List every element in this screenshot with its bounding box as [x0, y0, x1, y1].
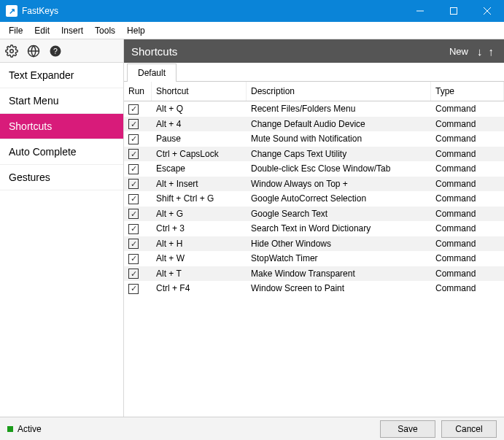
- menu-help[interactable]: Help: [121, 23, 151, 38]
- run-cell[interactable]: [124, 147, 152, 162]
- header-shortcut[interactable]: Shortcut: [152, 82, 247, 101]
- shortcut-cell: Alt + W: [152, 251, 247, 266]
- menu-edit[interactable]: Edit: [28, 23, 55, 38]
- run-cell[interactable]: [124, 131, 152, 147]
- help-icon[interactable]: ?: [48, 44, 63, 58]
- sidebar-item-text-expander[interactable]: Text Expander: [0, 63, 123, 88]
- shortcut-cell: Pause: [152, 131, 247, 146]
- header-type[interactable]: Type: [431, 82, 504, 101]
- header-run[interactable]: Run: [124, 82, 152, 101]
- type-cell: Command: [431, 207, 504, 221]
- description-cell: Window Always on Top +: [247, 177, 431, 191]
- table-header: Run Shortcut Description Type: [124, 82, 504, 101]
- run-checkbox[interactable]: [128, 179, 139, 189]
- type-cell: Command: [431, 251, 504, 266]
- run-cell[interactable]: [124, 221, 152, 236]
- arrow-up-icon[interactable]: ↑: [486, 45, 497, 58]
- description-cell: Mute Sound with Notification: [247, 131, 431, 146]
- table-row[interactable]: Alt + HHide Other WindowsCommand: [124, 236, 504, 252]
- table-row[interactable]: Alt + WStopWatch TimerCommand: [124, 251, 504, 266]
- menubar: File Edit Insert Tools Help: [0, 22, 504, 39]
- shortcut-cell: Alt + T: [152, 266, 247, 281]
- sidebar-item-auto-complete[interactable]: Auto Complete: [0, 139, 123, 165]
- type-cell: Command: [431, 281, 504, 296]
- description-cell: Google AutoCorrect Selection: [247, 191, 431, 206]
- run-cell[interactable]: [124, 101, 152, 117]
- header-description[interactable]: Description: [247, 82, 431, 101]
- run-cell[interactable]: [124, 161, 152, 177]
- run-checkbox[interactable]: [128, 254, 139, 264]
- run-checkbox[interactable]: [128, 209, 139, 219]
- run-cell[interactable]: [124, 266, 152, 282]
- run-checkbox[interactable]: [128, 104, 139, 115]
- shortcut-cell: Alt + G: [152, 207, 247, 221]
- table-row[interactable]: Ctrl + CapsLockChange Caps Text UtilityC…: [124, 147, 504, 162]
- new-button[interactable]: New: [449, 46, 468, 57]
- table-row[interactable]: Ctrl + 3Search Text in Word DictionaryCo…: [124, 221, 504, 236]
- table-row[interactable]: Alt + 4Change Default Audio DeviceComman…: [124, 117, 504, 132]
- shortcut-cell: Alt + Insert: [152, 177, 247, 191]
- description-cell: StopWatch Timer: [247, 251, 431, 266]
- table-row[interactable]: EscapeDouble-click Esc Close Window/TabC…: [124, 161, 504, 177]
- description-cell: Recent Files/Folders Menu: [247, 101, 431, 116]
- run-cell[interactable]: [124, 117, 152, 132]
- table-row[interactable]: Alt + InsertWindow Always on Top +Comman…: [124, 177, 504, 192]
- type-cell: Command: [431, 221, 504, 236]
- save-button[interactable]: Save: [380, 420, 435, 438]
- shortcut-cell: Ctrl + CapsLock: [152, 147, 247, 161]
- tab-default[interactable]: Default: [127, 63, 177, 82]
- table-row[interactable]: Alt + GGoogle Search TextCommand: [124, 207, 504, 222]
- description-cell: Google Search Text: [247, 207, 431, 221]
- table-row[interactable]: PauseMute Sound with NotificationCommand: [124, 131, 504, 147]
- menu-insert[interactable]: Insert: [55, 23, 89, 38]
- run-cell[interactable]: [124, 191, 152, 207]
- shortcut-cell: Shift + Ctrl + G: [152, 191, 247, 206]
- shortcut-cell: Ctrl + 3: [152, 221, 247, 236]
- run-cell[interactable]: [124, 177, 152, 192]
- type-cell: Command: [431, 177, 504, 191]
- run-checkbox[interactable]: [128, 134, 139, 144]
- description-cell: Change Default Audio Device: [247, 117, 431, 131]
- run-checkbox[interactable]: [128, 284, 139, 294]
- table-row[interactable]: Alt + TMake Window TransparentCommand: [124, 266, 504, 282]
- arrow-down-icon[interactable]: ↓: [474, 45, 486, 58]
- svg-text:?: ?: [53, 46, 58, 55]
- description-cell: Double-click Esc Close Window/Tab: [247, 161, 431, 176]
- description-cell: Change Caps Text Utility: [247, 147, 431, 161]
- globe-icon[interactable]: [26, 44, 41, 58]
- run-cell[interactable]: [124, 251, 152, 266]
- type-cell: Command: [431, 131, 504, 146]
- run-checkbox[interactable]: [128, 224, 139, 234]
- table-row[interactable]: Alt + QRecent Files/Folders MenuCommand: [124, 101, 504, 117]
- table-row[interactable]: Shift + Ctrl + GGoogle AutoCorrect Selec…: [124, 191, 504, 207]
- run-cell[interactable]: [124, 281, 152, 296]
- close-button[interactable]: [470, 0, 504, 22]
- window-title: FastKeys: [22, 6, 58, 16]
- run-checkbox[interactable]: [128, 269, 139, 279]
- description-cell: Window Screen to Paint: [247, 281, 431, 296]
- menu-file[interactable]: File: [3, 23, 28, 38]
- run-checkbox[interactable]: [128, 239, 139, 249]
- run-cell[interactable]: [124, 236, 152, 252]
- description-cell: Hide Other Windows: [247, 236, 431, 251]
- run-checkbox[interactable]: [128, 164, 139, 174]
- run-checkbox[interactable]: [128, 149, 139, 159]
- type-cell: Command: [431, 266, 504, 281]
- maximize-button[interactable]: [437, 0, 470, 22]
- app-icon: ↗: [6, 5, 18, 17]
- sidebar-item-start-menu[interactable]: Start Menu: [0, 88, 123, 114]
- run-checkbox[interactable]: [128, 119, 139, 129]
- sidebar-item-shortcuts[interactable]: Shortcuts: [0, 114, 123, 139]
- table-row[interactable]: Ctrl + F4Window Screen to PaintCommand: [124, 281, 504, 296]
- sidebar-item-gestures[interactable]: Gestures: [0, 165, 123, 190]
- cancel-button[interactable]: Cancel: [441, 420, 497, 438]
- run-checkbox[interactable]: [128, 194, 139, 204]
- tabstrip: Default: [124, 63, 504, 82]
- minimize-button[interactable]: [403, 0, 437, 22]
- menu-tools[interactable]: Tools: [89, 23, 121, 38]
- type-cell: Command: [431, 147, 504, 161]
- type-cell: Command: [431, 161, 504, 176]
- gear-icon[interactable]: [4, 44, 19, 58]
- status-text: Active: [18, 424, 42, 434]
- run-cell[interactable]: [124, 207, 152, 222]
